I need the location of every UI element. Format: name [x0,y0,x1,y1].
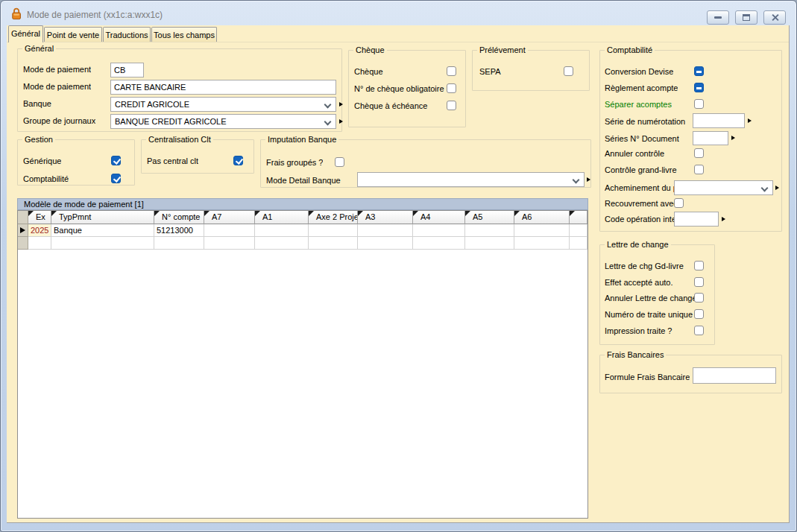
mode-detail-banque-dropdown[interactable] [357,172,585,187]
numero-traite-unique-checkbox[interactable] [694,309,704,319]
cell-a1[interactable] [255,224,309,237]
annuler-lettre-de-change-checkbox[interactable] [694,293,704,303]
maximize-button[interactable] [735,10,757,25]
effet-accepte-auto-checkbox[interactable] [694,277,704,287]
series-no-document-detail-arrow[interactable] [731,136,735,140]
cell-empty[interactable] [204,237,255,250]
mode-de-paiement-code-label: Mode de paiement [23,65,91,75]
cell-a4[interactable] [413,224,465,237]
cell-compte[interactable]: 51213000 [154,224,204,237]
banque-detail-arrow[interactable] [339,102,343,107]
numero-cheque-obligatoire-checkbox[interactable] [447,83,456,93]
column-header-a3[interactable]: A3 [358,211,413,224]
frais-groupes-checkbox[interactable] [335,157,344,167]
impression-traite-checkbox[interactable] [694,326,704,335]
pas-central-clt-label: Pas central clt [147,156,198,166]
generique-checkbox[interactable] [111,156,121,165]
cell-ex[interactable]: 2025 [28,224,51,237]
column-header-a5[interactable]: A5 [465,211,514,224]
column-corner-icon [570,211,575,216]
lettre-chg-gd-livre-label: Lettre de chg Gd-livre [605,262,693,271]
cell-empty[interactable] [358,237,413,250]
acheminement-detail-arrow[interactable] [775,186,779,190]
cell-empty[interactable] [413,237,465,250]
groupe-journaux-dropdown[interactable]: BANQUE CREDIT AGRICOLE [110,114,336,129]
cell-filler [570,237,587,250]
column-header-a6[interactable]: A6 [514,211,570,224]
controle-grand-livre-label: Contrôle grand-livre [605,165,677,175]
separer-acomptes-checkbox[interactable] [694,99,704,109]
cell-empty[interactable] [465,237,514,250]
banque-dropdown[interactable]: CREDIT AGRICOLE [110,97,336,112]
lock-icon [11,7,22,22]
mode-de-paiement-name-input[interactable] [110,80,336,95]
window-title: Mode de paiement (xx1c:a:wxx1c) [27,10,163,20]
cell-a7[interactable] [204,224,255,237]
formule-frais-bancaire-input[interactable] [693,367,776,384]
column-header-a1[interactable]: A1 [255,211,309,224]
row-selector[interactable] [18,224,28,237]
tab-general[interactable]: Général [8,25,43,42]
lettre-chg-gd-livre-checkbox[interactable] [694,261,704,270]
cheque-checkbox[interactable] [447,66,456,76]
cell-axe2-projet[interactable] [309,224,358,237]
group-title: Frais Bancaires [605,350,666,360]
cell-typpmnt[interactable]: Banque [51,224,154,237]
conversion-devise-checkbox[interactable] [694,66,704,76]
cell-empty[interactable] [51,237,154,250]
groupe-journaux-detail-arrow[interactable] [339,119,343,124]
group-title: Comptabilité [605,45,655,55]
effet-accepte-auto-label: Effet accepté auto. [605,278,693,288]
column-header-ex[interactable]: Ex [28,211,51,224]
serie-numerotation-input[interactable] [693,113,745,128]
table-header-row: Ex TypPmnt N° compte A7 A1 Axe 2 Projet … [18,211,587,224]
maximize-icon [743,14,750,21]
chevron-down-icon [573,177,580,184]
cell-empty[interactable] [309,237,358,250]
tab-tous-les-champs[interactable]: Tous les champs [151,27,217,42]
column-header-compte[interactable]: N° compte [154,211,204,224]
minimize-button[interactable] [707,10,729,25]
pas-central-clt-checkbox[interactable] [233,156,243,165]
column-corner-icon [154,211,160,216]
sepa-checkbox[interactable] [564,66,573,76]
tab-point-de-vente[interactable]: Point de vente [44,27,102,42]
annuler-lettre-de-change-label: Annuler Lettre de change [605,294,694,303]
column-header-typpmnt[interactable]: TypPmnt [51,211,154,224]
generique-label: Générique [23,156,61,166]
serie-numerotation-detail-arrow[interactable] [748,118,752,123]
recouvrement-label: Recouvrement avec mou [605,199,674,209]
column-header-axe2-projet[interactable]: Axe 2 Projet [309,211,358,224]
row-selector[interactable] [18,237,28,250]
mode-de-paiement-code-input[interactable] [110,63,144,77]
series-no-document-input[interactable] [693,131,728,145]
cell-empty[interactable] [154,237,204,250]
annuler-controle-checkbox[interactable] [694,148,704,158]
column-header-a7[interactable]: A7 [204,211,255,224]
code-operation-detail-arrow[interactable] [722,217,725,221]
acheminement-paiement-dropdown[interactable] [674,180,773,195]
cell-a5[interactable] [465,224,514,237]
code-operation-interbancaire-input[interactable] [674,212,719,227]
comptabilite-gestion-label: Comptabilité [23,174,69,184]
mode-detail-banque-detail-arrow[interactable] [587,177,590,182]
cheque-a-echeance-checkbox[interactable] [447,101,456,110]
cell-empty[interactable] [514,237,570,250]
group-title: Général [22,44,56,54]
chevron-down-icon [324,101,332,109]
cell-empty[interactable] [255,237,309,250]
column-corner-icon [204,211,210,216]
column-corner-icon [358,211,363,216]
close-button[interactable] [763,10,786,25]
recouvrement-checkbox[interactable] [674,198,684,208]
cell-empty[interactable] [28,237,51,250]
dialog-window: Mode de paiement (xx1c:a:wxx1c) Général … [0,0,797,532]
tab-page-general: Général Point de vente Traductions Tous … [7,25,790,523]
column-header-a4[interactable]: A4 [413,211,465,224]
tab-traductions[interactable]: Traductions [103,27,151,42]
controle-grand-livre-checkbox[interactable] [694,165,704,174]
comptabilite-gestion-checkbox[interactable] [111,174,121,183]
cell-a3[interactable] [358,224,413,237]
cell-a6[interactable] [514,224,570,237]
reglement-acompte-checkbox[interactable] [694,83,704,92]
